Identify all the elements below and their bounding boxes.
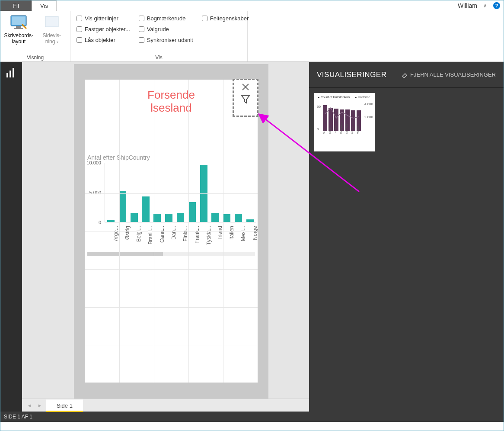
- ribbon-group-vis-label: Vis: [72, 54, 246, 61]
- svg-rect-5: [6, 73, 8, 77]
- svg-text:Graz: Graz: [323, 129, 325, 134]
- svg-text:London: London: [334, 125, 337, 134]
- left-nav: [0, 62, 22, 412]
- x-tick-label: Finla...: [182, 226, 188, 241]
- page-icon: [45, 16, 59, 29]
- x-tick-label: Mexi...: [240, 226, 246, 241]
- page-next[interactable]: ►: [36, 402, 44, 409]
- svg-rect-17: [323, 105, 327, 131]
- bar: [211, 213, 219, 222]
- svg-text:Albuqu...: Albuqu...: [351, 124, 354, 134]
- svg-text:São Pau...: São Pau...: [345, 122, 348, 134]
- svg-text:2.000: 2.000: [364, 115, 373, 119]
- x-tick-label: Irland: [217, 226, 223, 239]
- x-tick-label: Cana...: [159, 226, 165, 243]
- svg-rect-7: [13, 68, 14, 77]
- svg-text:●: ●: [318, 96, 319, 99]
- phone-canvas[interactable]: Forsendelsesland Antal efter ShipCountry…: [85, 80, 258, 383]
- bar-chart-visual[interactable]: Antal efter ShipCountry 05.00010.000 Arg…: [85, 154, 258, 241]
- chart-title: Antal efter ShipCountry: [85, 154, 258, 161]
- x-tick-label: Østrig: [124, 226, 131, 240]
- svg-text:0: 0: [317, 127, 319, 131]
- funnel-icon: [240, 94, 251, 104]
- filter-visual-placeholder[interactable]: [233, 79, 258, 117]
- visualizations-title: VISUALISERINGER: [317, 71, 387, 79]
- x-tick-label: Arge...: [113, 226, 119, 241]
- status-bar: SIDE 1 AF 1: [0, 412, 504, 422]
- check-field-props[interactable]: Feltegenskaber: [202, 15, 249, 22]
- help-icon[interactable]: ?: [493, 2, 500, 9]
- report-view-icon[interactable]: [0, 62, 22, 84]
- bar: [223, 214, 230, 222]
- check-selection[interactable]: Valgrude: [139, 26, 193, 32]
- svg-rect-4: [45, 16, 58, 27]
- status-text: SIDE 1 AF 1: [4, 414, 32, 420]
- close-icon[interactable]: [241, 83, 250, 91]
- bar: [165, 214, 172, 222]
- bar: [188, 202, 196, 222]
- svg-rect-18: [329, 108, 333, 131]
- check-snap[interactable]: Fastgør objekter...: [77, 26, 130, 32]
- page-prev[interactable]: ◄: [26, 402, 33, 409]
- bar: [119, 191, 126, 222]
- svg-rect-1: [12, 16, 26, 25]
- page-view-button: Sidevis-ning ▾: [35, 12, 69, 54]
- tab-view[interactable]: Vis: [32, 0, 57, 11]
- user-name[interactable]: William: [458, 2, 477, 9]
- chart-horizontal-scrollbar[interactable]: [87, 252, 255, 256]
- svg-text:50: 50: [317, 105, 321, 109]
- ribbon: Skrivebords-layout Sidevis-ning ▾ Visnin…: [0, 11, 504, 62]
- bar: [153, 214, 161, 222]
- svg-text:Boise: Boise: [329, 127, 331, 134]
- visualizations-pane: VISUALISERINGER FJERN ALLE VISUALISERING…: [309, 62, 504, 412]
- eraser-icon: [402, 72, 408, 78]
- collapse-ribbon-icon[interactable]: ∧: [483, 3, 487, 9]
- svg-text:UnitPrice: UnitPrice: [358, 96, 370, 99]
- ribbon-group-view-label: Visning: [2, 54, 68, 61]
- visual-thumbnail[interactable]: ●Count of UnitsInStock ●UnitPrice 50 0 4…: [314, 93, 375, 151]
- thumbnail-chart-icon: ●Count of UnitsInStock ●UnitPrice 50 0 4…: [314, 93, 375, 151]
- x-tick-label: Norge: [252, 226, 258, 240]
- x-tick-label: Frank...: [194, 226, 200, 244]
- canvas-pane: Forsendelsesland Antal efter ShipCountry…: [22, 62, 309, 412]
- x-tick-label: Brasili...: [147, 226, 153, 244]
- bar: [246, 219, 254, 222]
- svg-text:México...: México...: [357, 124, 359, 134]
- main-area: Forsendelsesland Antal efter ShipCountry…: [0, 62, 504, 412]
- x-tick-label: Dan...: [171, 226, 177, 240]
- check-sync-slicers[interactable]: Synkroniser udsnit: [139, 37, 193, 43]
- check-lock[interactable]: Lås objekter: [77, 37, 130, 43]
- title-bar: Fil Vis William ∧ ?: [0, 0, 504, 11]
- svg-rect-6: [10, 71, 11, 77]
- svg-text:Count of UnitsInStock: Count of UnitsInStock: [321, 96, 350, 99]
- svg-text:●: ●: [355, 96, 357, 99]
- svg-rect-2: [16, 26, 21, 28]
- clear-all-visuals-button[interactable]: FJERN ALLE VISUALISERINGER: [402, 71, 496, 78]
- bar: [235, 214, 242, 222]
- page-tabs: ◄ ► Side 1: [22, 399, 309, 412]
- monitor-icon: [10, 15, 27, 29]
- bar: [142, 196, 149, 222]
- x-tick-label: Tyskla...: [206, 226, 212, 245]
- bar: [107, 220, 115, 222]
- svg-text:4.000: 4.000: [364, 102, 373, 106]
- tab-file[interactable]: Fil: [0, 0, 32, 11]
- svg-text:Cunewa...: Cunewa...: [340, 122, 342, 134]
- check-bookmarks[interactable]: Bogmærkerude: [139, 15, 193, 22]
- desktop-layout-button[interactable]: Skrivebords-layout: [2, 12, 35, 54]
- x-tick-label: Belgi...: [136, 226, 142, 242]
- title-visual[interactable]: Forsendelsesland: [85, 80, 258, 123]
- x-tick-label: Italien: [229, 226, 235, 240]
- phone-frame: Forsendelsesland Antal efter ShipCountry…: [74, 64, 268, 402]
- bar: [131, 213, 138, 222]
- svg-rect-3: [14, 28, 23, 29]
- check-gridlines[interactable]: Vis gitterlinjer: [77, 15, 130, 22]
- page-tab-1[interactable]: Side 1: [46, 399, 83, 412]
- bar: [177, 213, 184, 222]
